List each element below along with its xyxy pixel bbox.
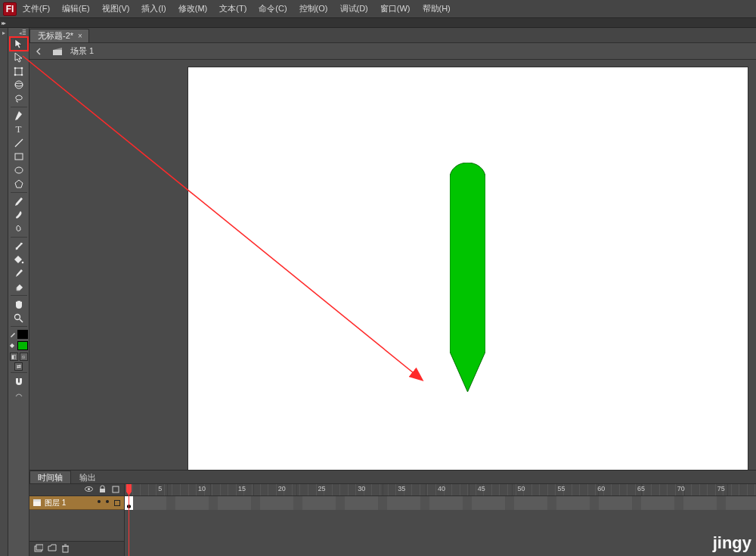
tools-panel: ◂ ≣ T bbox=[8, 28, 29, 556]
swatch-none[interactable]: ⍉ bbox=[20, 353, 28, 361]
eye-icon[interactable] bbox=[85, 485, 93, 495]
3d-rotation-tool[interactable] bbox=[10, 78, 28, 92]
delete-layer-button[interactable] bbox=[61, 544, 70, 554]
lock-icon[interactable] bbox=[99, 485, 106, 495]
free-transform-tool[interactable] bbox=[10, 64, 28, 78]
eraser-tool[interactable] bbox=[10, 280, 28, 294]
frames-area[interactable] bbox=[125, 484, 756, 556]
menu-command[interactable]: 命令(C) bbox=[253, 0, 293, 17]
timeline-panel: 时间轴 输出 bbox=[29, 470, 756, 556]
tab-output[interactable]: 输出 bbox=[71, 471, 104, 483]
stage[interactable] bbox=[188, 67, 748, 470]
line-tool[interactable] bbox=[10, 136, 28, 150]
pencil-tool[interactable] bbox=[10, 194, 28, 208]
pencil-icon bbox=[14, 196, 23, 207]
snap-option[interactable] bbox=[10, 374, 28, 388]
layer-lock-dot[interactable] bbox=[106, 500, 109, 503]
3d-rotation-icon bbox=[14, 79, 24, 90]
zoom-tool[interactable] bbox=[10, 311, 28, 325]
menu-window[interactable]: 窗口(W) bbox=[374, 0, 417, 17]
toggle-panels-icon[interactable]: ▸ bbox=[2, 30, 5, 36]
rectangle-tool[interactable] bbox=[10, 150, 28, 163]
stroke-color-swatch[interactable] bbox=[17, 330, 28, 339]
menu-control[interactable]: 控制(O) bbox=[293, 0, 334, 17]
fill-color-swatch[interactable] bbox=[17, 341, 28, 350]
brush-tool[interactable] bbox=[10, 208, 28, 222]
drawn-shape[interactable] bbox=[450, 163, 485, 390]
frame-ruler[interactable] bbox=[125, 484, 756, 496]
svg-point-11 bbox=[21, 262, 23, 264]
pencil-stroke-icon bbox=[10, 331, 16, 337]
line-icon bbox=[14, 138, 24, 148]
svg-rect-23 bbox=[63, 546, 68, 552]
app-logo: Fl bbox=[3, 2, 17, 16]
color-swatches: ◧ ⍉ ⇄ bbox=[10, 330, 28, 371]
magnet-icon bbox=[14, 377, 23, 387]
svg-rect-18 bbox=[113, 486, 119, 492]
panel-collapse-strip[interactable]: ▸▸ bbox=[0, 17, 756, 28]
menu-text[interactable]: 文本(T) bbox=[213, 0, 253, 17]
document-tab[interactable]: 无标题-2* × bbox=[29, 29, 89, 42]
chevron-left-icon bbox=[36, 48, 43, 55]
svg-point-3 bbox=[14, 73, 17, 76]
svg-rect-17 bbox=[100, 489, 105, 492]
eyedropper-icon bbox=[14, 268, 23, 278]
svg-rect-8 bbox=[15, 154, 23, 160]
hand-tool[interactable] bbox=[10, 297, 28, 311]
svg-line-7 bbox=[15, 139, 23, 147]
empty-frames[interactable] bbox=[133, 496, 756, 510]
svg-point-5 bbox=[15, 81, 23, 89]
tool-separator bbox=[11, 326, 27, 327]
side-panel-tab-strip[interactable]: ▸ bbox=[0, 28, 8, 556]
deco-tool[interactable] bbox=[10, 222, 28, 235]
layer-outline-box[interactable] bbox=[114, 500, 120, 506]
frames-empty-area bbox=[125, 510, 756, 556]
new-folder-button[interactable] bbox=[48, 544, 57, 554]
new-layer-button[interactable] bbox=[34, 544, 43, 554]
option-slot[interactable] bbox=[10, 388, 28, 402]
tool-separator bbox=[11, 192, 27, 193]
svg-line-13 bbox=[20, 319, 23, 322]
menu-help[interactable]: 帮助(H) bbox=[417, 0, 457, 17]
subselection-tool[interactable] bbox=[10, 51, 28, 64]
menu-insert[interactable]: 插入(I) bbox=[135, 0, 172, 17]
menu-file[interactable]: 文件(F) bbox=[17, 0, 56, 17]
tab-timeline[interactable]: 时间轴 bbox=[29, 471, 71, 483]
svg-point-6 bbox=[15, 83, 23, 86]
svg-rect-19 bbox=[33, 501, 41, 506]
swatch-black-white[interactable]: ◧ bbox=[10, 353, 18, 361]
document-tab-title: 无标题-2* bbox=[38, 30, 73, 42]
scene-icon bbox=[52, 46, 63, 57]
close-tab-icon[interactable]: × bbox=[78, 32, 82, 40]
eyedropper-tool[interactable] bbox=[10, 266, 28, 280]
selection-tool[interactable] bbox=[10, 37, 28, 51]
bone-tool[interactable] bbox=[10, 239, 28, 253]
swatch-swap[interactable]: ⇄ bbox=[14, 362, 23, 371]
layer-vis-dot[interactable] bbox=[98, 500, 101, 503]
svg-rect-22 bbox=[36, 545, 43, 550]
stage-viewport[interactable] bbox=[29, 60, 756, 470]
bucket-fill-icon bbox=[10, 343, 16, 349]
layer-footer bbox=[29, 541, 124, 556]
pen-tool[interactable] bbox=[10, 109, 28, 123]
tools-panel-grip[interactable]: ◂ ≣ bbox=[8, 30, 29, 37]
lasso-icon bbox=[14, 93, 24, 104]
menu-view[interactable]: 视图(V) bbox=[96, 0, 136, 17]
outline-icon[interactable] bbox=[112, 486, 119, 495]
lasso-tool[interactable] bbox=[10, 92, 28, 105]
menu-edit[interactable]: 编辑(E) bbox=[56, 0, 96, 17]
menu-modify[interactable]: 修改(M) bbox=[172, 0, 214, 17]
frame-row[interactable] bbox=[125, 496, 756, 510]
paint-bucket-tool[interactable] bbox=[10, 253, 28, 266]
layer-header: 图层 1 bbox=[29, 484, 125, 556]
subselection-icon bbox=[14, 52, 23, 63]
polystar-tool[interactable] bbox=[10, 177, 28, 191]
brush-icon bbox=[14, 210, 23, 220]
layer-row[interactable]: 图层 1 bbox=[29, 496, 124, 510]
text-tool[interactable]: T bbox=[10, 123, 28, 136]
oval-tool[interactable] bbox=[10, 163, 28, 177]
svg-point-2 bbox=[21, 67, 23, 69]
menu-debug[interactable]: 调试(D) bbox=[334, 0, 374, 17]
scene-back-button[interactable] bbox=[34, 46, 45, 57]
clapboard-icon bbox=[52, 47, 63, 56]
